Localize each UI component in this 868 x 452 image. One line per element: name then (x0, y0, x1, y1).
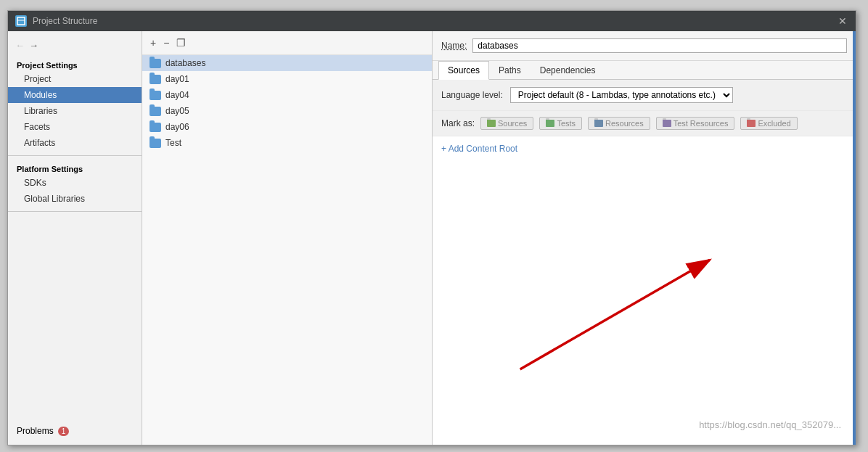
module-list: databases day01 day04 day05 day06 (142, 55, 432, 445)
module-item-day05[interactable]: day05 (142, 103, 432, 119)
mark-as-tests-button[interactable]: Tests (539, 117, 582, 130)
name-row: Name: (433, 31, 856, 61)
sidebar-item-facets[interactable]: Facets (8, 119, 142, 135)
module-item-databases[interactable]: databases (142, 55, 432, 71)
language-level-select[interactable]: Project default (8 - Lambdas, type annot… (510, 87, 733, 103)
dialog-icon (15, 15, 27, 27)
title-bar: Project Structure ✕ (8, 11, 856, 31)
tab-paths[interactable]: Paths (489, 61, 531, 80)
close-button[interactable]: ✕ (837, 15, 848, 27)
resources-folder-icon (594, 120, 603, 127)
module-name: Test (165, 138, 181, 148)
module-panel: + − ❐ databases day01 day04 (142, 31, 433, 445)
problems-badge: 1 (58, 427, 70, 436)
watermark: https://blog.csdn.net/qq_352079... (699, 419, 841, 430)
detail-panel: Name: Sources Paths Dependencies L (433, 31, 856, 445)
add-content-root-label: + Add Content Root (441, 144, 517, 154)
mark-as-excluded-button[interactable]: Excluded (740, 117, 797, 130)
sources-folder-icon (487, 120, 496, 127)
excluded-folder-icon (747, 120, 756, 127)
tests-folder-icon (546, 120, 554, 127)
add-content-root-button[interactable]: + Add Content Root (433, 136, 856, 161)
language-level-row: Language level: Project default (8 - Lam… (433, 80, 856, 111)
name-label: Name: (441, 41, 467, 51)
test-resources-folder-icon (663, 120, 671, 127)
tab-dependencies[interactable]: Dependencies (531, 61, 605, 80)
tab-bar: Sources Paths Dependencies (433, 61, 856, 80)
module-item-day06[interactable]: day06 (142, 119, 432, 135)
module-name: day05 (165, 106, 189, 116)
module-name: databases (165, 58, 205, 68)
module-item-day01[interactable]: day01 (142, 71, 432, 87)
folder-icon (150, 75, 161, 84)
module-item-day04[interactable]: day04 (142, 87, 432, 103)
module-item-test[interactable]: Test (142, 135, 432, 151)
project-settings-header: Project Settings (8, 57, 142, 71)
dialog-title: Project Structure (33, 16, 97, 26)
forward-arrow[interactable]: → (29, 40, 38, 51)
folder-icon (150, 123, 161, 132)
folder-icon (150, 91, 161, 100)
problems-label: Problems (17, 426, 54, 436)
folder-icon (150, 59, 161, 68)
mark-as-label: Mark as: (441, 118, 475, 128)
sidebar-item-global-libraries[interactable]: Global Libraries (8, 191, 142, 207)
platform-settings-header: Platform Settings (8, 160, 142, 175)
sidebar-item-sdks[interactable]: SDKs (8, 175, 142, 191)
right-blue-bar (853, 31, 856, 445)
mark-as-row: Mark as: Sources Tests Resources (433, 111, 856, 136)
dialog-body: ← → Project Settings Project Modules Lib… (8, 31, 856, 445)
module-name: day06 (165, 122, 189, 132)
tab-sources[interactable]: Sources (438, 61, 489, 80)
sidebar-item-artifacts[interactable]: Artifacts (8, 135, 142, 151)
add-module-button[interactable]: + (148, 36, 158, 50)
content-area: Language level: Project default (8 - Lam… (433, 80, 856, 445)
copy-module-button[interactable]: ❐ (174, 36, 188, 50)
mark-as-test-resources-button[interactable]: Test Resources (656, 117, 735, 130)
remove-module-button[interactable]: − (161, 36, 171, 50)
folder-icon (150, 139, 161, 148)
nav-arrows: ← → (8, 37, 142, 57)
mark-as-resources-button[interactable]: Resources (588, 117, 650, 130)
title-bar-left: Project Structure (15, 15, 97, 27)
module-name: day04 (165, 90, 189, 100)
problems-row[interactable]: Problems 1 (8, 423, 142, 439)
folder-icon (150, 107, 161, 116)
svg-rect-0 (17, 17, 25, 25)
module-toolbar: + − ❐ (142, 31, 432, 55)
name-input[interactable] (472, 38, 847, 53)
project-structure-dialog: Project Structure ✕ ← → Project Settings… (7, 10, 856, 445)
module-name: day01 (165, 74, 189, 84)
back-arrow[interactable]: ← (15, 40, 25, 51)
sidebar: ← → Project Settings Project Modules Lib… (8, 31, 142, 445)
sidebar-item-modules[interactable]: Modules (8, 87, 142, 103)
sidebar-item-project[interactable]: Project (8, 71, 142, 87)
sidebar-item-libraries[interactable]: Libraries (8, 103, 142, 119)
sidebar-divider-2 (8, 211, 142, 212)
mark-as-sources-button[interactable]: Sources (480, 117, 533, 130)
sidebar-divider (8, 155, 142, 156)
language-level-label: Language level: (441, 90, 503, 100)
